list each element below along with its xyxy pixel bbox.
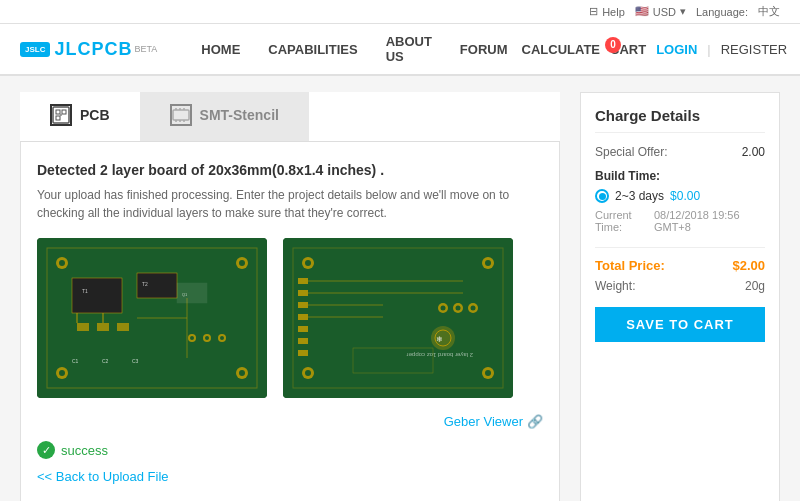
- svg-rect-57: [298, 314, 308, 320]
- svg-rect-22: [72, 278, 122, 313]
- svg-text:2 layer board 1oz copper: 2 layer board 1oz copper: [407, 352, 473, 358]
- weight-value: 20g: [745, 279, 765, 293]
- nav-home[interactable]: HOME: [187, 23, 254, 75]
- tab-pcb[interactable]: PCB: [20, 92, 140, 141]
- register-button[interactable]: REGISTER: [721, 42, 787, 57]
- svg-rect-3: [56, 116, 60, 120]
- svg-text:T2: T2: [142, 281, 148, 287]
- charge-details-title: Charge Details: [595, 107, 765, 133]
- language-selector[interactable]: 中文: [758, 4, 780, 19]
- logo-area[interactable]: JSLC JLCPCB BETA: [20, 39, 157, 60]
- svg-rect-5: [173, 110, 189, 120]
- left-panel: PCB SMT-Stencil De: [20, 92, 560, 501]
- svg-point-49: [485, 260, 491, 266]
- current-time-label: Current Time:: [595, 209, 654, 233]
- build-time-price: $0.00: [670, 189, 700, 203]
- tab-smt-label: SMT-Stencil: [200, 107, 279, 123]
- success-badge: ✓ success: [37, 441, 543, 459]
- svg-point-68: [456, 306, 461, 311]
- build-time-label: Build Time:: [595, 169, 765, 183]
- total-section: Total Price: $2.00 Weight: 20g: [595, 247, 765, 293]
- current-time-value: 08/12/2018 19:56 GMT+8: [654, 209, 765, 233]
- back-link[interactable]: << Back to Upload File: [37, 469, 543, 484]
- right-panel: Charge Details Special Offer: 2.00 Build…: [580, 92, 780, 501]
- nav-divider: |: [707, 42, 710, 57]
- total-label: Total Price:: [595, 258, 665, 273]
- nav-capabilities[interactable]: CAPABILITIES: [254, 23, 371, 75]
- svg-point-19: [59, 370, 65, 376]
- svg-point-36: [220, 336, 224, 340]
- save-to-cart-button[interactable]: SAVE TO CART: [595, 307, 765, 342]
- logo-beta: BETA: [134, 44, 157, 54]
- svg-text:C1: C1: [72, 358, 79, 364]
- tabs: PCB SMT-Stencil: [20, 92, 560, 142]
- special-offer-value: 2.00: [742, 145, 765, 159]
- svg-point-34: [205, 336, 209, 340]
- detection-text: Detected 2 layer board of 20x36mm(0.8x1.…: [37, 162, 543, 178]
- link-icon: 🔗: [527, 414, 543, 429]
- svg-text:C3: C3: [132, 358, 139, 364]
- logo-text: JLCPCB: [54, 39, 132, 60]
- svg-point-17: [239, 260, 245, 266]
- calculate-button[interactable]: CALCULATE: [522, 42, 600, 57]
- svg-text:❄: ❄: [436, 335, 443, 344]
- language-label: Language:: [696, 6, 748, 18]
- pcb-tab-icon: [50, 104, 72, 126]
- pcb-image-front: T1 T2 C1 C2 C3 Q1: [37, 238, 267, 398]
- navbar: JSLC JLCPCB BETA HOME CAPABILITIES ABOUT…: [0, 24, 800, 76]
- tab-pcb-label: PCB: [80, 107, 110, 123]
- pcb-images: T1 T2 C1 C2 C3 Q1: [37, 238, 543, 398]
- smt-tab-icon: [170, 104, 192, 126]
- svg-rect-44: [283, 238, 513, 398]
- help-icon: ⊟: [589, 5, 598, 18]
- radio-button[interactable]: [595, 189, 609, 203]
- main-container: PCB SMT-Stencil De: [0, 76, 800, 501]
- top-bar: ⊟ Help 🇺🇸 USD ▾ Language: 中文: [0, 0, 800, 24]
- currency-selector[interactable]: 🇺🇸 USD ▾: [635, 5, 686, 18]
- content-area: Detected 2 layer board of 20x36mm(0.8x1.…: [20, 142, 560, 501]
- upload-text: Your upload has finished processing. Ent…: [37, 186, 543, 222]
- chevron-down-icon: ▾: [680, 5, 686, 18]
- weight-label: Weight:: [595, 279, 635, 293]
- nav-about-us[interactable]: ABOUT US: [372, 23, 446, 75]
- svg-rect-60: [298, 350, 308, 356]
- svg-text:T1: T1: [82, 288, 88, 294]
- login-button[interactable]: LOGIN: [656, 42, 697, 57]
- flag-icon: 🇺🇸: [635, 5, 649, 18]
- pcb-image-back: ❄ 2 layer board 1oz copper: [283, 238, 513, 398]
- total-price-row: Total Price: $2.00: [595, 258, 765, 273]
- help-link[interactable]: ⊟ Help: [589, 5, 625, 18]
- svg-text:C2: C2: [102, 358, 109, 364]
- geber-viewer-link[interactable]: Geber Viewer 🔗: [37, 414, 543, 429]
- cart-button[interactable]: 0 CART: [610, 42, 646, 57]
- current-time-row: Current Time: 08/12/2018 19:56 GMT+8: [595, 209, 765, 233]
- svg-point-15: [59, 260, 65, 266]
- svg-rect-58: [298, 326, 308, 332]
- weight-row: Weight: 20g: [595, 279, 765, 293]
- svg-point-66: [441, 306, 446, 311]
- svg-point-70: [471, 306, 476, 311]
- svg-rect-25: [97, 323, 109, 331]
- special-offer-row: Special Offer: 2.00: [595, 145, 765, 159]
- svg-point-32: [190, 336, 194, 340]
- nav-right: CALCULATE 0 CART LOGIN | REGISTER: [522, 42, 788, 57]
- svg-rect-55: [298, 290, 308, 296]
- nav-links: HOME CAPABILITIES ABOUT US FORUM: [187, 23, 521, 75]
- svg-rect-1: [56, 110, 60, 114]
- special-offer-label: Special Offer:: [595, 145, 667, 159]
- build-time-option[interactable]: 2~3 days $0.00: [595, 189, 765, 203]
- total-price-value: $2.00: [732, 258, 765, 273]
- svg-rect-2: [62, 110, 66, 114]
- svg-text:Q1: Q1: [182, 292, 188, 297]
- svg-point-53: [485, 370, 491, 376]
- svg-point-51: [305, 370, 311, 376]
- success-icon: ✓: [37, 441, 55, 459]
- tab-smt[interactable]: SMT-Stencil: [140, 92, 309, 141]
- radio-inner: [599, 193, 606, 200]
- nav-forum[interactable]: FORUM: [446, 23, 522, 75]
- svg-rect-56: [298, 302, 308, 308]
- svg-rect-59: [298, 338, 308, 344]
- svg-rect-54: [298, 278, 308, 284]
- svg-point-47: [305, 260, 311, 266]
- svg-rect-26: [117, 323, 129, 331]
